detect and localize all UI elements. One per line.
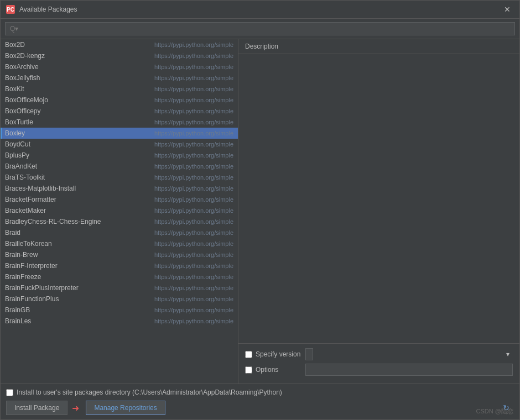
package-name: Boxley bbox=[5, 129, 150, 137]
package-url: https://pypi.python.org/simple bbox=[154, 274, 233, 280]
package-url: https://pypi.python.org/simple bbox=[154, 307, 233, 313]
arrow-indicator: ➜ bbox=[72, 403, 79, 413]
search-bar bbox=[1, 19, 519, 39]
install-path-label: Install to user's site packages director… bbox=[17, 389, 282, 396]
package-url: https://pypi.python.org/simple bbox=[154, 240, 233, 247]
manage-repositories-button[interactable]: Manage Repositories bbox=[86, 401, 165, 415]
bottom-bar: Install to user's site packages director… bbox=[1, 384, 519, 419]
package-url: https://pypi.python.org/simple bbox=[154, 41, 233, 48]
package-name: BoxArchive bbox=[5, 63, 150, 71]
main-window: PC Available Packages ✕ Box2Dhttps://pyp… bbox=[0, 0, 520, 420]
package-name: BraTS-Toolkit bbox=[5, 174, 150, 181]
main-content: Box2Dhttps://pypi.python.org/simpleBox2D… bbox=[1, 39, 519, 384]
package-name: Box2D bbox=[5, 41, 150, 49]
list-item[interactable]: BplusPyhttps://pypi.python.org/simple bbox=[1, 150, 238, 161]
list-item[interactable]: BoxKithttps://pypi.python.org/simple bbox=[1, 83, 238, 95]
package-url: https://pypi.python.org/simple bbox=[154, 285, 233, 291]
package-url: https://pypi.python.org/simple bbox=[154, 130, 233, 136]
list-item[interactable]: BoxArchivehttps://pypi.python.org/simple bbox=[1, 61, 238, 72]
list-item[interactable]: BrainFunctionPlushttps://pypi.python.org… bbox=[1, 293, 238, 305]
list-item[interactable]: BoxOfficeMojohttps://pypi.python.org/sim… bbox=[1, 95, 238, 106]
list-item[interactable]: BoydCuthttps://pypi.python.org/simple bbox=[1, 139, 238, 150]
options-input[interactable] bbox=[305, 364, 513, 376]
list-item[interactable]: Box2Dhttps://pypi.python.org/simple bbox=[1, 39, 238, 50]
package-name: Braid bbox=[5, 229, 150, 237]
specify-version-label: Specify version bbox=[256, 350, 305, 358]
list-item[interactable]: BradleyChess-RL-Chess-Enginehttps://pypi… bbox=[1, 216, 238, 227]
install-path-row: Install to user's site packages director… bbox=[6, 389, 514, 396]
list-item[interactable]: BoxJellyfishhttps://pypi.python.org/simp… bbox=[1, 72, 238, 83]
description-header: Description bbox=[238, 39, 519, 54]
bottom-buttons: Install Package ➜ Manage Repositories ↻ bbox=[6, 401, 514, 415]
package-name: BrainLes bbox=[5, 317, 150, 325]
package-name: BracketFormatter bbox=[5, 196, 150, 203]
specify-version-select[interactable] bbox=[305, 348, 313, 360]
list-item[interactable]: BracketFormatterhttps://pypi.python.org/… bbox=[1, 194, 238, 205]
install-path-checkbox[interactable] bbox=[6, 389, 13, 396]
list-item[interactable]: Braces-Matplotlib-Installhttps://pypi.py… bbox=[1, 183, 238, 194]
list-item[interactable]: BrainLeshttps://pypi.python.org/simple bbox=[1, 316, 238, 327]
specify-version-checkbox[interactable] bbox=[245, 351, 252, 358]
package-name: BrainF-Interpreter bbox=[5, 262, 150, 270]
package-name: BrainFuckPlusInterpreter bbox=[5, 284, 150, 292]
window-title: Available Packages bbox=[19, 6, 501, 13]
options-label: Options bbox=[256, 366, 305, 374]
package-name: Braces-Matplotlib-Install bbox=[5, 185, 150, 192]
list-item[interactable]: BrainFuckPlusInterpreterhttps://pypi.pyt… bbox=[1, 282, 238, 293]
close-button[interactable]: ✕ bbox=[501, 4, 514, 15]
package-url: https://pypi.python.org/simple bbox=[154, 97, 233, 103]
list-item[interactable]: BraTS-Toolkithttps://pypi.python.org/sim… bbox=[1, 172, 238, 183]
package-name: BoxJellyfish bbox=[5, 74, 150, 82]
list-item[interactable]: BraAndKethttps://pypi.python.org/simple bbox=[1, 161, 238, 172]
package-url: https://pypi.python.org/simple bbox=[154, 108, 233, 114]
package-name: BoxOfficepy bbox=[5, 107, 150, 115]
list-item[interactable]: Box2D-kengzhttps://pypi.python.org/simpl… bbox=[1, 50, 238, 61]
list-item[interactable]: BrainGBhttps://pypi.python.org/simple bbox=[1, 305, 238, 316]
package-list[interactable]: Box2Dhttps://pypi.python.org/simpleBox2D… bbox=[1, 39, 238, 384]
list-item[interactable]: BrailleToKoreanhttps://pypi.python.org/s… bbox=[1, 238, 238, 249]
package-name: BoxTurtle bbox=[5, 118, 150, 126]
package-url: https://pypi.python.org/simple bbox=[154, 251, 233, 258]
list-item[interactable]: BracketMakerhttps://pypi.python.org/simp… bbox=[1, 205, 238, 216]
package-name: BrainGB bbox=[5, 306, 150, 314]
package-url: https://pypi.python.org/simple bbox=[154, 296, 233, 302]
package-url: https://pypi.python.org/simple bbox=[154, 75, 233, 81]
specify-version-row: Specify version bbox=[245, 348, 513, 360]
options-area: Specify version Options bbox=[238, 343, 519, 384]
package-name: BoxOfficeMojo bbox=[5, 96, 150, 104]
options-checkbox[interactable] bbox=[245, 366, 252, 374]
package-name: BradleyChess-RL-Chess-Engine bbox=[5, 218, 150, 225]
app-icon: PC bbox=[6, 5, 15, 14]
package-url: https://pypi.python.org/simple bbox=[154, 64, 233, 70]
list-item[interactable]: Brain-Brewhttps://pypi.python.org/simple bbox=[1, 249, 238, 260]
package-url: https://pypi.python.org/simple bbox=[154, 196, 233, 203]
list-item[interactable]: Braidhttps://pypi.python.org/simple bbox=[1, 227, 238, 238]
package-name: BracketMaker bbox=[5, 207, 150, 214]
package-url: https://pypi.python.org/simple bbox=[154, 53, 233, 59]
list-item[interactable]: BoxOfficepyhttps://pypi.python.org/simpl… bbox=[1, 106, 238, 117]
package-name: Box2D-kengz bbox=[5, 52, 150, 60]
package-url: https://pypi.python.org/simple bbox=[154, 218, 233, 225]
package-name: BoxKit bbox=[5, 85, 150, 93]
install-package-button[interactable]: Install Package bbox=[6, 401, 67, 415]
list-item[interactable]: BrainF-Interpreterhttps://pypi.python.or… bbox=[1, 260, 238, 271]
package-name: Brain-Brew bbox=[5, 251, 150, 259]
list-item[interactable]: BoxTurtlehttps://pypi.python.org/simple bbox=[1, 117, 238, 128]
options-row: Options bbox=[245, 364, 513, 376]
package-name: BraAndKet bbox=[5, 162, 150, 170]
specify-version-select-wrapper bbox=[305, 348, 513, 360]
package-url: https://pypi.python.org/simple bbox=[154, 174, 233, 181]
package-url: https://pypi.python.org/simple bbox=[154, 141, 233, 148]
package-url: https://pypi.python.org/simple bbox=[154, 318, 233, 324]
package-url: https://pypi.python.org/simple bbox=[154, 86, 233, 92]
title-bar: PC Available Packages ✕ bbox=[1, 1, 519, 19]
description-content bbox=[238, 54, 519, 343]
list-item[interactable]: Boxleyhttps://pypi.python.org/simple bbox=[1, 128, 238, 139]
list-item[interactable]: BrainFreezehttps://pypi.python.org/simpl… bbox=[1, 271, 238, 282]
package-url: https://pypi.python.org/simple bbox=[154, 163, 233, 170]
package-name: BrailleToKorean bbox=[5, 240, 150, 248]
watermark: CSDN @陆恋 bbox=[476, 407, 513, 416]
search-input[interactable] bbox=[5, 22, 515, 35]
package-url: https://pypi.python.org/simple bbox=[154, 207, 233, 214]
package-url: https://pypi.python.org/simple bbox=[154, 262, 233, 269]
